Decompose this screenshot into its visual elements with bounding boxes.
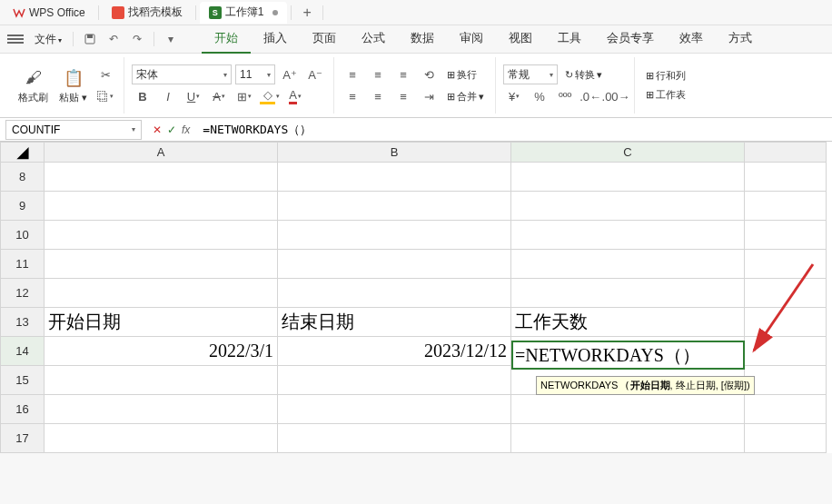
- cell-A12[interactable]: [45, 279, 278, 308]
- bold-button[interactable]: B: [132, 86, 154, 106]
- row-header-14[interactable]: 14: [1, 337, 45, 366]
- formula-input[interactable]: =NETWORKDAYS（）: [195, 122, 832, 138]
- tab-member[interactable]: 会员专享: [594, 25, 667, 54]
- cell-A9[interactable]: [45, 192, 278, 221]
- tab-insert[interactable]: 插入: [251, 25, 300, 54]
- format-painter-button[interactable]: 🖌格式刷: [15, 65, 52, 106]
- add-tab-button[interactable]: +: [295, 5, 318, 21]
- row-header-9[interactable]: 9: [1, 192, 45, 221]
- align-middle-button[interactable]: ≡: [367, 64, 389, 84]
- cell-A8[interactable]: [45, 163, 278, 192]
- font-name-combo[interactable]: 宋体▾: [132, 64, 232, 84]
- cell-B12[interactable]: [278, 279, 511, 308]
- cell-D16[interactable]: [745, 395, 827, 424]
- border-button[interactable]: ⊞▾: [233, 86, 255, 106]
- copy-button[interactable]: ⿻▾: [94, 86, 116, 106]
- tab-more[interactable]: 方式: [716, 25, 765, 54]
- save-button[interactable]: [79, 28, 101, 50]
- cell-D15[interactable]: [745, 366, 827, 395]
- cell-D11[interactable]: [745, 250, 827, 279]
- col-header-next[interactable]: [745, 143, 827, 163]
- tab-start[interactable]: 开始: [202, 25, 251, 54]
- cell-A10[interactable]: [45, 221, 278, 250]
- cell-B8[interactable]: [278, 163, 511, 192]
- tab-doke[interactable]: 找稻壳模板: [103, 2, 192, 24]
- cell-B17[interactable]: [278, 424, 511, 453]
- cell-B11[interactable]: [278, 250, 511, 279]
- cell-A13[interactable]: 开始日期: [45, 308, 278, 337]
- align-bottom-button[interactable]: ≡: [392, 64, 414, 84]
- active-cell-editor[interactable]: =NETWORKDAYS（）: [511, 341, 745, 370]
- font-size-combo[interactable]: 11▾: [235, 64, 275, 84]
- orientation-button[interactable]: ⟲: [418, 64, 440, 84]
- cell-C12[interactable]: [511, 279, 745, 308]
- accept-formula-button[interactable]: ✓: [167, 124, 176, 136]
- align-center-button[interactable]: ≡: [367, 86, 389, 106]
- cell-A16[interactable]: [45, 395, 278, 424]
- tab-view[interactable]: 视图: [496, 25, 545, 54]
- tab-tools[interactable]: 工具: [545, 25, 594, 54]
- name-box[interactable]: COUNTIF▾: [5, 120, 142, 140]
- align-left-button[interactable]: ≡: [342, 86, 363, 106]
- cell-B15[interactable]: [278, 366, 511, 395]
- increase-font-button[interactable]: A⁺: [279, 64, 301, 84]
- align-right-button[interactable]: ≡: [392, 86, 414, 106]
- cell-B10[interactable]: [278, 221, 511, 250]
- undo-button[interactable]: ↶: [103, 28, 124, 50]
- cell-C9[interactable]: [511, 192, 745, 221]
- tab-formula[interactable]: 公式: [349, 25, 398, 54]
- fx-icon[interactable]: fx: [182, 124, 190, 136]
- tab-efficiency[interactable]: 效率: [667, 25, 716, 54]
- cell-C10[interactable]: [511, 221, 745, 250]
- cell-D10[interactable]: [745, 221, 827, 250]
- indent-button[interactable]: ⇥: [418, 86, 440, 106]
- increase-decimal-button[interactable]: .00→: [605, 86, 627, 106]
- cell-C11[interactable]: [511, 250, 745, 279]
- row-header-16[interactable]: 16: [1, 395, 45, 424]
- number-format-combo[interactable]: 常规▾: [503, 64, 558, 84]
- align-top-button[interactable]: ≡: [342, 64, 363, 84]
- cell-D13[interactable]: [745, 308, 827, 337]
- row-header-8[interactable]: 8: [1, 163, 45, 192]
- cell-D9[interactable]: [745, 192, 827, 221]
- convert-button[interactable]: ↻ 转换 ▾: [561, 66, 606, 84]
- cell-B14[interactable]: 2023/12/12: [278, 337, 511, 366]
- decrease-font-button[interactable]: A⁻: [304, 64, 326, 84]
- cell-A11[interactable]: [45, 250, 278, 279]
- tab-review[interactable]: 审阅: [447, 25, 496, 54]
- redo-button[interactable]: ↷: [126, 28, 148, 50]
- cell-A15[interactable]: [45, 366, 278, 395]
- col-header-C[interactable]: C: [511, 143, 745, 163]
- cell-B13[interactable]: 结束日期: [278, 308, 511, 337]
- worksheet-button[interactable]: ⊞ 工作表: [642, 86, 689, 104]
- row-header-12[interactable]: 12: [1, 279, 45, 308]
- col-header-A[interactable]: A: [45, 143, 278, 163]
- row-header-13[interactable]: 13: [1, 308, 45, 337]
- rowcol-button[interactable]: ⊞ 行和列: [642, 67, 689, 84]
- cell-D17[interactable]: [745, 424, 827, 453]
- tab-page[interactable]: 页面: [300, 25, 349, 54]
- cell-C16[interactable]: [511, 395, 745, 424]
- fill-color-button[interactable]: ◇ ▾: [259, 86, 281, 106]
- paste-button[interactable]: 📋粘贴 ▾: [55, 65, 91, 106]
- hamburger-icon[interactable]: [7, 33, 24, 45]
- row-header-11[interactable]: 11: [1, 250, 45, 279]
- cell-C17[interactable]: [511, 424, 745, 453]
- cell-B9[interactable]: [278, 192, 511, 221]
- cell-D12[interactable]: [745, 279, 827, 308]
- tab-workbook[interactable]: S 工作簿1: [200, 2, 288, 24]
- italic-button[interactable]: I: [157, 86, 179, 106]
- comma-button[interactable]: ººº: [554, 86, 576, 106]
- row-header-17[interactable]: 17: [1, 424, 45, 453]
- tab-wps-office[interactable]: WPS Office: [4, 2, 94, 24]
- percent-button[interactable]: %: [529, 86, 550, 106]
- cut-button[interactable]: ✂: [94, 64, 116, 84]
- font-color-button[interactable]: A▾: [284, 86, 306, 106]
- row-header-10[interactable]: 10: [1, 221, 45, 250]
- cell-C13[interactable]: 工作天数: [511, 308, 745, 337]
- underline-button[interactable]: U▾: [183, 86, 204, 106]
- cancel-formula-button[interactable]: ✕: [153, 124, 162, 136]
- col-header-B[interactable]: B: [278, 143, 511, 163]
- file-menu[interactable]: 文件▾: [29, 30, 67, 49]
- cell-D14[interactable]: [745, 337, 827, 366]
